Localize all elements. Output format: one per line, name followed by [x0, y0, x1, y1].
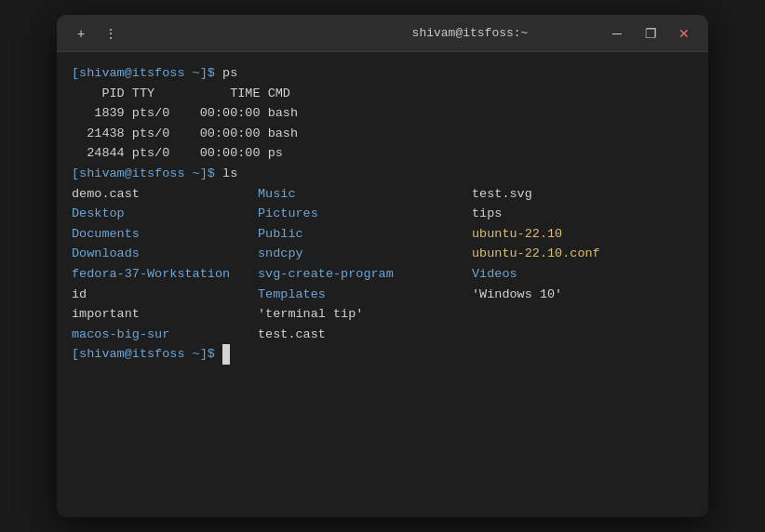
terminal-line: [shivam@itsfoss ~]$ ls — [72, 164, 693, 184]
titlebar: + ⋮ shivam@itsfoss:~ ─ ❐ ✕ — [57, 15, 708, 52]
ls-item: Pictures — [258, 204, 472, 224]
ls-item: fedora-37-Workstation — [72, 264, 258, 285]
output-text: PID TTY TIME CMD — [72, 84, 290, 104]
ls-output-row: important 'terminal tip' — [72, 304, 693, 325]
ls-item: svg-create-program — [258, 264, 472, 285]
ls-item: Music — [258, 184, 472, 205]
ls-item: Desktop — [72, 204, 258, 224]
minimize-button[interactable]: ─ — [604, 20, 630, 47]
menu-button[interactable]: ⋮ — [98, 20, 124, 47]
window-title: shivam@itsfoss:~ — [336, 26, 604, 40]
prompt: [shivam@itsfoss ~]$ — [72, 164, 222, 184]
ls-output-row: id Templates 'Windows 10' — [72, 285, 693, 305]
ls-item: test.svg — [472, 184, 677, 205]
terminal-line: PID TTY TIME CMD — [72, 84, 693, 104]
new-tab-button[interactable]: + — [68, 20, 94, 47]
ls-item: Templates — [258, 285, 472, 305]
ls-item — [472, 304, 677, 325]
command-text: ls — [222, 164, 237, 184]
titlebar-right-actions: ─ ❐ ✕ — [604, 20, 697, 47]
ls-output-row: Downloads sndcpy ubuntu-22.10.conf — [72, 244, 693, 264]
ls-item-downloads: Downloads — [72, 244, 258, 264]
ls-output-row: Documents Public ubuntu-22.10 — [72, 224, 693, 245]
ls-output-row: fedora-37-Workstation svg-create-program… — [72, 264, 693, 285]
ls-item: macos-big-sur — [72, 325, 258, 345]
terminal-line: 1839 pts/0 00:00:00 bash — [72, 103, 693, 124]
ls-item: tips — [472, 204, 677, 224]
ls-item: Documents — [72, 224, 258, 245]
ls-output-row: macos-big-sur test.cast — [72, 325, 693, 345]
ls-item: demo.cast — [72, 184, 258, 205]
output-text: 1839 pts/0 00:00:00 bash — [72, 103, 298, 124]
cursor — [222, 344, 230, 365]
ls-output-row: demo.cast Music test.svg — [72, 184, 693, 205]
maximize-button[interactable]: ❐ — [638, 20, 664, 47]
output-text: 21438 pts/0 00:00:00 bash — [72, 124, 298, 144]
ls-item: Public — [258, 224, 472, 245]
ls-item: 'Windows 10' — [472, 285, 677, 305]
prompt: [shivam@itsfoss ~]$ — [72, 63, 222, 84]
ls-item: ubuntu-22.10.conf — [472, 244, 677, 264]
close-button[interactable]: ✕ — [671, 20, 697, 47]
ls-item: important — [72, 304, 258, 325]
titlebar-left-actions: + ⋮ — [68, 20, 336, 47]
terminal-line: 24844 pts/0 00:00:00 ps — [72, 143, 693, 164]
ls-item: 'terminal tip' — [258, 304, 472, 325]
output-text: 24844 pts/0 00:00:00 ps — [72, 143, 283, 164]
ls-item: ubuntu-22.10 — [472, 224, 677, 245]
ls-item: sndcpy — [258, 244, 472, 264]
terminal-window: + ⋮ shivam@itsfoss:~ ─ ❐ ✕ [shivam@itsfo… — [57, 15, 708, 517]
ls-item: Videos — [472, 264, 677, 285]
prompt: [shivam@itsfoss ~]$ — [72, 344, 222, 365]
terminal-body[interactable]: [shivam@itsfoss ~]$ ps PID TTY TIME CMD … — [57, 52, 708, 517]
command-text: ps — [222, 63, 237, 84]
ls-item: test.cast — [258, 325, 472, 345]
terminal-line: 21438 pts/0 00:00:00 bash — [72, 124, 693, 144]
terminal-line: [shivam@itsfoss ~]$ ps — [72, 63, 693, 84]
ls-item: id — [72, 285, 258, 305]
ls-item — [472, 325, 677, 345]
terminal-line-active: [shivam@itsfoss ~]$ — [72, 344, 693, 365]
ls-output-row: Desktop Pictures tips — [72, 204, 693, 224]
